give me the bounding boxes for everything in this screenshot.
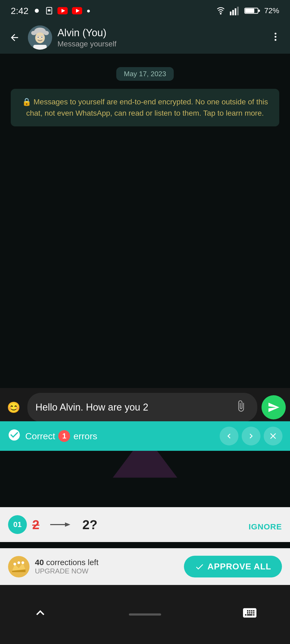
emoji-button[interactable]: 😊 <box>4 398 23 417</box>
svg-rect-2 <box>48 9 50 12</box>
bottom-navigation <box>0 585 290 644</box>
svg-point-35 <box>13 563 16 565</box>
svg-point-22 <box>38 37 39 38</box>
errors-text: errors <box>73 431 97 441</box>
battery-percentage: 72% <box>264 6 279 15</box>
svg-rect-13 <box>258 10 260 12</box>
grammar-navigation <box>220 427 282 445</box>
back-button[interactable] <box>6 30 23 46</box>
grammar-icon <box>8 428 21 444</box>
nav-back-button[interactable] <box>27 599 54 630</box>
message-input-bar: 😊 <box>0 388 290 427</box>
svg-rect-26 <box>33 45 47 50</box>
status-time: 2:42 <box>11 6 28 16</box>
dot-icon: ● <box>86 7 90 14</box>
correction-arrow-icon <box>50 521 72 529</box>
avatar <box>28 25 52 50</box>
emoji-icon: 😊 <box>7 401 20 414</box>
signal-icon <box>230 6 241 15</box>
wifi-icon <box>215 6 226 15</box>
keyboard-button[interactable] <box>236 599 263 630</box>
status-bar: 2:42 ● 72% <box>0 0 290 21</box>
svg-point-37 <box>21 561 24 564</box>
more-options-button[interactable] <box>267 27 284 48</box>
status-right: 72% <box>215 6 279 15</box>
youtube-icon <box>57 7 68 15</box>
grammar-label: Correct 1 errors <box>25 430 215 442</box>
correct-text: Correct <box>25 431 55 441</box>
grammar-prev-button[interactable] <box>220 427 238 445</box>
header-info: Alvin (You) Message yourself <box>57 27 262 48</box>
contact-name: Alvin (You) <box>57 27 262 39</box>
svg-marker-31 <box>65 522 70 527</box>
svg-rect-8 <box>230 12 231 15</box>
approve-all-button[interactable]: APPROVE ALL <box>184 556 282 577</box>
svg-point-17 <box>31 31 37 35</box>
upgrade-now-text: UPGRADE NOW <box>35 567 179 575</box>
svg-rect-11 <box>237 7 239 15</box>
date-text: May 17, 2023 <box>116 67 174 81</box>
svg-point-36 <box>17 561 20 564</box>
chat-header: Alvin (You) Message yourself <box>0 21 290 54</box>
notification-icon <box>33 7 41 15</box>
svg-point-27 <box>275 33 277 35</box>
youtube2-icon <box>72 7 82 15</box>
svg-rect-9 <box>232 10 234 15</box>
correction-new-text: 2? <box>82 517 97 532</box>
sim-icon <box>45 7 53 15</box>
home-indicator <box>129 613 161 616</box>
svg-rect-10 <box>235 8 236 15</box>
grammar-close-button[interactable] <box>264 427 282 445</box>
grammar-next-button[interactable] <box>242 427 260 445</box>
correction-old-text: 2 <box>32 517 39 532</box>
corrections-number: 40 <box>35 558 44 567</box>
svg-rect-14 <box>245 9 254 13</box>
upgrade-text: 40 corrections left UPGRADE NOW <box>35 558 179 575</box>
message-input[interactable] <box>35 402 228 413</box>
svg-point-28 <box>275 36 277 38</box>
svg-point-19 <box>35 32 45 43</box>
encryption-text: 🔒 Messages to yourself are end-to-end en… <box>22 98 268 117</box>
error-badge: 1 <box>58 430 70 442</box>
svg-rect-25 <box>41 36 43 36</box>
correction-panel: 01 2 2? <box>0 507 290 542</box>
grammar-correction-bar: Correct 1 errors <box>0 421 290 451</box>
corrections-label: corrections left <box>46 558 99 567</box>
svg-point-32 <box>8 556 30 577</box>
svg-point-7 <box>220 13 222 14</box>
contact-subtitle: Message yourself <box>57 40 262 48</box>
svg-rect-24 <box>37 36 39 36</box>
upgrade-bar: 40 corrections left UPGRADE NOW APPROVE … <box>0 548 290 585</box>
status-left: 2:42 ● <box>11 6 90 16</box>
correction-number: 01 <box>8 515 27 534</box>
encryption-notice[interactable]: 🔒 Messages to yourself are end-to-end en… <box>11 89 279 126</box>
correction-row: 01 2 2? <box>8 515 282 534</box>
svg-point-29 <box>275 39 277 41</box>
svg-point-18 <box>44 31 49 35</box>
date-separator: May 17, 2023 <box>5 67 285 81</box>
corrections-count: 40 corrections left <box>35 558 179 567</box>
ignore-button[interactable]: IGNORE <box>249 522 282 531</box>
send-button[interactable] <box>262 395 286 419</box>
svg-point-23 <box>41 37 42 38</box>
approve-all-label: APPROVE ALL <box>208 562 271 572</box>
battery-icon <box>244 7 260 15</box>
crown-icon <box>8 556 30 577</box>
attach-button[interactable] <box>233 398 249 417</box>
svg-point-0 <box>35 9 39 13</box>
